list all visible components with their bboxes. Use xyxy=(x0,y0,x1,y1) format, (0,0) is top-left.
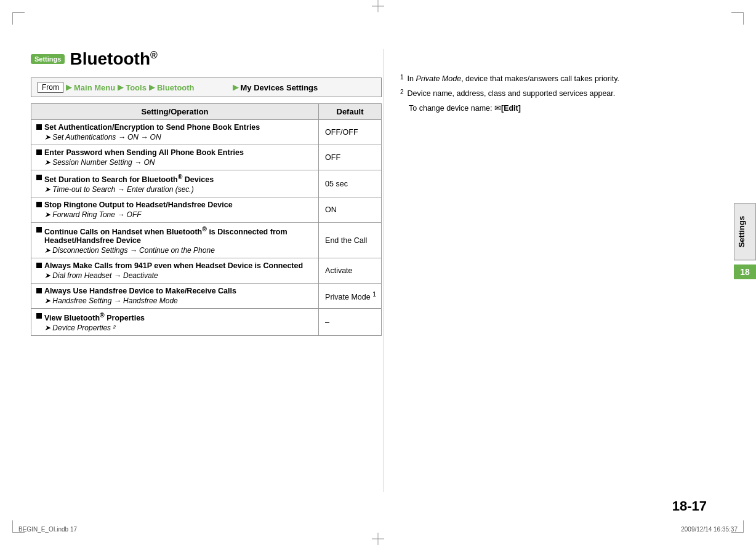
table-cell-operation-1: Enter Password when Sending All Phone Bo… xyxy=(31,145,319,170)
row-title-5: Always Make Calls from 941P even when He… xyxy=(36,261,313,270)
row-bullet-icon xyxy=(36,227,42,233)
main-content: Settings Bluetooth® From ▶ Main Menu ▶ T… xyxy=(31,49,382,336)
note-1: 1 In Private Mode, device that makes/ans… xyxy=(400,73,720,85)
breadcrumb-arrow-3: ▶ xyxy=(149,83,155,92)
table-row: Stop Ringtone Output to Headset/Handsfre… xyxy=(31,197,382,223)
row-bullet-icon xyxy=(36,313,42,319)
breadcrumb-item-2: Tools xyxy=(126,83,147,92)
row-sub-6: ➤ Handsfree Setting → Handsfree Mode xyxy=(44,296,313,305)
right-notes: 1 In Private Mode, device that makes/ans… xyxy=(400,73,720,117)
page-title-area: Settings Bluetooth® xyxy=(31,49,382,69)
table-cell-default-2: 05 sec xyxy=(319,170,382,197)
table-cell-operation-3: Stop Ringtone Output to Headset/Handsfre… xyxy=(31,197,319,223)
corner-mark-tl xyxy=(12,12,25,25)
table-cell-default-4: End the Call xyxy=(319,223,382,258)
row-title-3: Stop Ringtone Output to Headset/Handsfre… xyxy=(36,201,313,209)
note-2: 2 Device name, address, class and suppor… xyxy=(400,87,720,100)
table-cell-operation-4: Continue Calls on Handset when Bluetooth… xyxy=(31,223,319,258)
table-cell-default-6: Private Mode 1 xyxy=(319,284,382,309)
row-title-text-1: Enter Password when Sending All Phone Bo… xyxy=(44,148,244,157)
row-title-2: Set Duration to Search for Bluetooth® De… xyxy=(36,173,313,184)
settings-badge: Settings xyxy=(31,54,65,64)
col1-header: Setting/Operation xyxy=(31,104,319,120)
table-row: Continue Calls on Handset when Bluetooth… xyxy=(31,223,382,258)
settings-table: Setting/Operation Default Set Authentica… xyxy=(31,103,382,336)
table-cell-operation-2: Set Duration to Search for Bluetooth® De… xyxy=(31,170,319,197)
row-sub-1: ➤ Session Number Setting → ON xyxy=(44,158,313,167)
row-sub-7: ➤ Device Properties ² xyxy=(44,324,313,332)
row-bullet-icon xyxy=(36,288,42,293)
breadcrumb-arrow-2: ▶ xyxy=(118,83,123,92)
breadcrumb: From ▶ Main Menu ▶ Tools ▶ Bluetooth ▶ M… xyxy=(31,78,382,97)
row-title-0: Set Authentication/Encryption to Send Ph… xyxy=(36,123,313,132)
breadcrumb-arrow-1: ▶ xyxy=(66,83,71,92)
row-sub-4: ➤ Disconnection Settings → Continue on t… xyxy=(44,246,313,255)
table-cell-operation-0: Set Authentication/Encryption to Send Ph… xyxy=(31,120,319,145)
breadcrumb-item-4: My Devices Settings xyxy=(241,83,318,92)
corner-mark-tr xyxy=(731,12,744,25)
table-cell-default-3: ON xyxy=(319,197,382,223)
note-1-text: In Private Mode, device that makes/answe… xyxy=(408,73,619,85)
row-title-4: Continue Calls on Handset when Bluetooth… xyxy=(36,226,313,245)
row-title-6: Always Use Handsfree Device to Make/Rece… xyxy=(36,287,313,295)
row-sub-5: ➤ Dial from Headset → Deactivate xyxy=(44,271,313,280)
table-cell-default-0: OFF/OFF xyxy=(319,120,382,145)
breadcrumb-from-label: From xyxy=(38,82,63,93)
row-bullet-icon xyxy=(36,175,42,180)
breadcrumb-item-3: Bluetooth xyxy=(157,83,195,92)
row-sub-0: ➤ Set Authentications → ON → ON xyxy=(44,133,313,141)
table-row: Set Authentication/Encryption to Send Ph… xyxy=(31,120,382,145)
footer-right: 2009/12/14 16:35:37 xyxy=(681,526,738,533)
row-title-7: View Bluetooth® Properties xyxy=(36,312,313,322)
row-bullet-icon xyxy=(36,124,42,130)
row-sub-2: ➤ Time-out to Search → Enter duration (s… xyxy=(44,185,313,194)
table-row: Always Use Handsfree Device to Make/Rece… xyxy=(31,284,382,309)
row-bullet-icon xyxy=(36,202,42,207)
note-2-text: Device name, address, class and supporte… xyxy=(408,87,616,100)
table-row: Enter Password when Sending All Phone Bo… xyxy=(31,145,382,170)
table-row: Set Duration to Search for Bluetooth® De… xyxy=(31,170,382,197)
page-number-large: 18-17 xyxy=(672,498,707,514)
table-cell-default-5: Activate xyxy=(319,258,382,284)
row-title-text-3: Stop Ringtone Output to Headset/Handsfre… xyxy=(44,201,233,209)
side-tab-number: 18 xyxy=(734,265,756,279)
row-title-text-4: Continue Calls on Handset when Bluetooth… xyxy=(44,226,313,245)
row-bullet-icon xyxy=(36,263,42,268)
row-title-text-0: Set Authentication/Encryption to Send Ph… xyxy=(44,123,260,132)
col-divider xyxy=(384,49,384,492)
table-row: View Bluetooth® Properties➤ Device Prope… xyxy=(31,309,382,336)
row-title-1: Enter Password when Sending All Phone Bo… xyxy=(36,148,313,157)
row-title-text-5: Always Make Calls from 941P even when He… xyxy=(44,261,303,270)
table-cell-operation-7: View Bluetooth® Properties➤ Device Prope… xyxy=(31,309,319,336)
breadcrumb-item-1: Main Menu xyxy=(74,83,115,92)
note-1-sup: 1 xyxy=(400,73,404,82)
row-title-text-2: Set Duration to Search for Bluetooth® De… xyxy=(44,173,214,184)
note-3: To change device name: ✉[Edit] xyxy=(400,102,720,114)
table-cell-default-1: OFF xyxy=(319,145,382,170)
table-row: Always Make Calls from 941P even when He… xyxy=(31,258,382,284)
table-cell-operation-5: Always Make Calls from 941P even when He… xyxy=(31,258,319,284)
col2-header: Default xyxy=(319,104,382,120)
table-cell-operation-6: Always Use Handsfree Device to Make/Rece… xyxy=(31,284,319,309)
note-2-sup: 2 xyxy=(400,87,404,97)
row-bullet-icon xyxy=(36,149,42,155)
footer-left: BEGIN_E_OI.indb 17 xyxy=(18,526,77,533)
row-title-text-7: View Bluetooth® Properties xyxy=(44,312,145,322)
bottom-bar: BEGIN_E_OI.indb 17 2009/12/14 16:35:37 xyxy=(0,526,756,533)
breadcrumb-arrow-4: ▶ xyxy=(233,83,238,92)
side-tab: Settings xyxy=(734,203,756,260)
page-title: Bluetooth® xyxy=(70,49,157,69)
row-sub-3: ➤ Forward Ring Tone → OFF xyxy=(44,210,313,219)
note-3-indent: To change device name: ✉[Edit] xyxy=(409,102,521,114)
row-title-text-6: Always Use Handsfree Device to Make/Rece… xyxy=(44,287,236,295)
table-cell-default-7: – xyxy=(319,309,382,336)
